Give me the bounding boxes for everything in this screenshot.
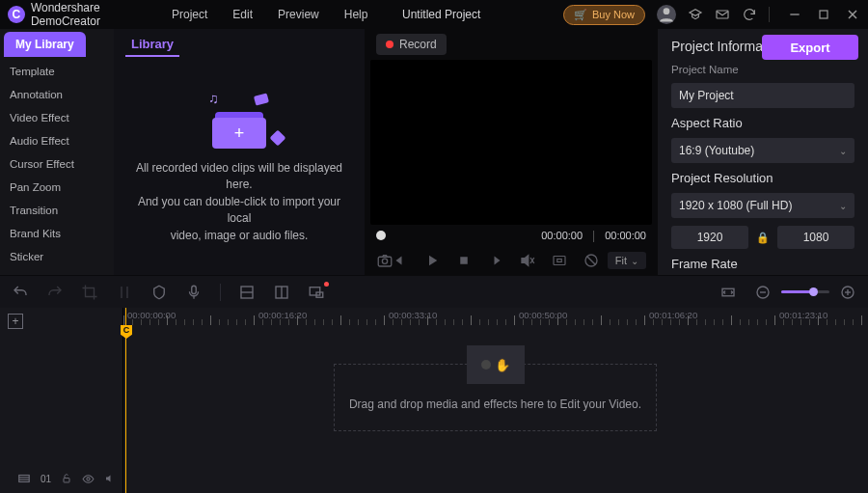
menu-project[interactable]: Project <box>172 8 207 21</box>
timeline-main[interactable]: 00:00:00:00 00:00:16:20 00:00:33:10 00:0… <box>123 308 868 493</box>
library-empty-state[interactable]: ♫ + All recorded video clips will be dis… <box>114 60 365 275</box>
window-controls <box>787 7 860 22</box>
sidebar-item-annotation[interactable]: Annotation <box>0 83 114 106</box>
mail-icon[interactable] <box>715 7 730 22</box>
zoom-controls <box>754 284 856 301</box>
ruler-label: 00:01:23:10 <box>779 310 827 320</box>
timeline-gutter: + 01 <box>0 308 123 493</box>
snapshot-icon[interactable] <box>376 252 393 269</box>
titlebar: C Wondershare DemoCreator Project Edit P… <box>0 0 868 29</box>
add-track-button[interactable]: + <box>8 314 23 329</box>
svg-rect-12 <box>556 260 561 262</box>
academic-icon[interactable] <box>688 7 703 22</box>
zoom-fit-select[interactable]: Fit ⌄ <box>608 252 646 269</box>
layout2-icon[interactable] <box>273 284 290 301</box>
aspect-ratio-select[interactable]: 16:9 (Youtube) ⌄ <box>671 138 854 163</box>
scrub-knob[interactable] <box>376 231 386 240</box>
library-panel: Library ♫ + All recorded video clips wil… <box>114 29 365 275</box>
export-button[interactable]: Export <box>762 35 858 60</box>
person-icon <box>657 5 676 24</box>
resolution-select[interactable]: 1920 x 1080 (Full HD) ⌄ <box>671 193 854 218</box>
menu-edit[interactable]: Edit <box>232 8 253 21</box>
width-input[interactable]: 1920 <box>671 226 748 249</box>
preview-scrub-bar: 00:00:00 | 00:00:00 <box>370 225 652 246</box>
sidebar-item-transition[interactable]: Transition <box>0 199 114 222</box>
height-input[interactable]: 1080 <box>777 226 854 249</box>
ruler-label: 00:01:06:20 <box>649 310 697 320</box>
sidebar-item-template[interactable]: Template <box>0 60 114 83</box>
library-tab[interactable]: Library <box>125 33 179 57</box>
sidebar-item-brand-kits[interactable]: Brand Kits <box>0 222 114 245</box>
preview-toolbar: Record <box>370 29 652 60</box>
zoom-knob[interactable] <box>809 288 818 296</box>
marker-icon[interactable] <box>150 284 168 301</box>
svg-rect-20 <box>310 287 320 294</box>
record-button[interactable]: Record <box>376 34 447 55</box>
sidebar-item-video-effect[interactable]: Video Effect <box>0 106 114 129</box>
project-info-panel: Project Information Project Name Aspect … <box>658 29 868 275</box>
pip-icon[interactable] <box>308 284 325 301</box>
safe-zone-icon[interactable] <box>583 252 600 269</box>
work-area: My Library Template Annotation Video Eff… <box>0 29 868 275</box>
close-icon[interactable] <box>845 7 860 22</box>
ruler-label: 00:00:16:20 <box>258 310 307 320</box>
timeline: + 01 00:00:00:00 00:00:16:20 00:00:33:10… <box>0 308 868 493</box>
divider <box>220 284 221 301</box>
play-icon[interactable] <box>423 252 441 269</box>
project-name-label: Project Name <box>671 64 854 75</box>
layout1-icon[interactable] <box>238 284 256 301</box>
time-total: 00:00:00 <box>605 230 646 241</box>
sync-icon[interactable] <box>742 7 757 22</box>
svg-rect-11 <box>554 257 565 265</box>
voiceover-icon[interactable] <box>185 284 203 301</box>
track-mute-icon[interactable] <box>104 473 116 484</box>
crop-icon[interactable] <box>81 284 98 301</box>
prev-frame-icon[interactable] <box>392 252 409 269</box>
undo-icon[interactable] <box>12 284 29 301</box>
svg-rect-3 <box>820 11 827 18</box>
preview-controls: Fit ⌄ <box>370 246 652 275</box>
track-visible-icon[interactable] <box>82 473 95 485</box>
volume-icon[interactable] <box>519 252 536 269</box>
fit-timeline-icon[interactable] <box>719 284 737 301</box>
timeline-dropzone[interactable]: ✋ Drag and drop media and effects here t… <box>334 364 657 431</box>
divider: | <box>592 229 595 242</box>
grab-hand-icon: ✋ <box>495 358 510 372</box>
track-filmstrip-icon[interactable] <box>17 472 31 485</box>
sidebar-item-audio-effect[interactable]: Audio Effect <box>0 129 114 152</box>
playhead[interactable]: C <box>125 308 126 493</box>
frame-rate-label: Frame Rate <box>671 257 854 271</box>
svg-rect-15 <box>192 286 197 293</box>
app-logo-wrap: C Wondershare DemoCreator <box>8 1 172 28</box>
account-avatar-icon[interactable] <box>657 5 676 24</box>
next-frame-icon[interactable] <box>487 252 504 269</box>
preview-screen[interactable] <box>370 60 652 225</box>
fit-label: Fit <box>615 255 627 266</box>
menu-preview[interactable]: Preview <box>278 8 319 21</box>
stop-icon[interactable] <box>455 252 473 269</box>
sidebar-item-cursor-effect[interactable]: Cursor Effect <box>0 152 114 176</box>
chevron-down-icon: ⌄ <box>839 146 847 156</box>
sidebar-header: My Library <box>0 29 114 60</box>
sidebar-item-pan-zoom[interactable]: Pan Zoom <box>0 176 114 199</box>
sidebar-item-sticker[interactable]: Sticker <box>0 245 114 268</box>
svg-point-32 <box>87 477 90 479</box>
zoom-slider[interactable] <box>781 290 829 293</box>
minimize-icon[interactable] <box>787 7 802 22</box>
timeline-ruler[interactable]: 00:00:00:00 00:00:16:20 00:00:33:10 00:0… <box>123 308 868 325</box>
buy-now-button[interactable]: 🛒 Buy Now <box>563 5 645 25</box>
redo-icon[interactable] <box>46 284 64 301</box>
zoom-in-icon[interactable] <box>839 284 856 301</box>
aspect-ratio-label: Aspect Ratio <box>671 116 854 130</box>
sidebar-tab-mylibrary[interactable]: My Library <box>4 32 86 57</box>
project-name-input[interactable] <box>671 83 854 108</box>
maximize-icon[interactable] <box>816 7 831 22</box>
split-icon[interactable] <box>116 284 133 301</box>
zoom-out-icon[interactable] <box>754 284 772 301</box>
lock-icon[interactable]: 🔒 <box>756 232 770 244</box>
aspect-lock-icon[interactable] <box>551 252 568 269</box>
import-folder-icon: ♫ + <box>201 91 278 149</box>
titlebar-right: 🛒 Buy Now <box>563 5 860 25</box>
resolution-value: 1920 x 1080 (Full HD) <box>679 199 792 212</box>
track-unlock-icon[interactable] <box>61 473 72 484</box>
